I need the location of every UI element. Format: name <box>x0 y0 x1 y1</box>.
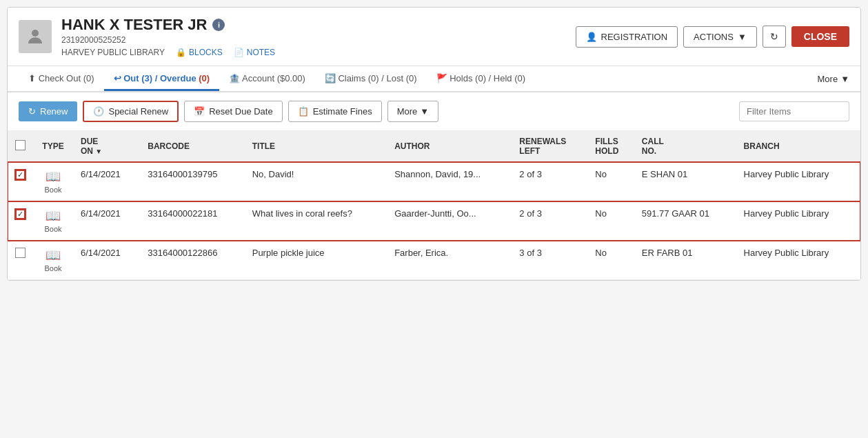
col-header-renewals-left: RENEWALSLEFT <box>512 131 588 162</box>
holds-icon: 🚩 <box>436 73 447 83</box>
row-author-cell: Farber, Erica. <box>387 241 512 280</box>
clock-icon: 🕐 <box>93 106 104 117</box>
file-icon: 📄 <box>234 48 244 57</box>
calendar-icon: 📅 <box>194 106 205 117</box>
header-links: HARVEY PUBLIC LIBRARY 🔒 BLOCKS 📄 NOTES <box>61 48 576 57</box>
row-branch-cell: Harvey Public Library <box>737 201 860 241</box>
header-name: HANK X TESTER JR i <box>61 16 576 34</box>
tab-checkout[interactable]: ⬆ Check Out (0) <box>19 68 104 91</box>
user-icon: 👤 <box>586 32 597 42</box>
row-title-cell: What lives in coral reefs? <box>245 201 387 241</box>
estimate-fines-button[interactable]: 📋 Estimate Fines <box>288 101 382 122</box>
toolbar-more-button[interactable]: More ▼ <box>387 101 439 122</box>
book-icon: 📖 <box>46 248 61 263</box>
toolbar: ↻ Renew 🕐 Special Renew 📅 Reset Due Date… <box>8 92 860 131</box>
table-row: ✓📖Book6/14/202133164000139795No, David!S… <box>8 162 860 201</box>
col-header-branch: BRANCH <box>737 131 860 162</box>
tab-out-overdue[interactable]: ↩ Out (3) / Overdue (0) <box>104 68 220 91</box>
col-header-title: TITLE <box>245 131 387 162</box>
col-header-due-on[interactable]: DUEON ▼ <box>74 131 141 162</box>
special-renew-button[interactable]: 🕐 Special Renew <box>83 101 179 122</box>
tab-account[interactable]: 🏦 Account ($0.00) <box>219 68 315 91</box>
renew-icon: ↻ <box>28 106 36 117</box>
blocks-link[interactable]: 🔒 BLOCKS <box>176 48 223 57</box>
row-checkbox-cell: ✓ <box>8 201 32 241</box>
close-button[interactable]: CLOSE <box>791 26 849 47</box>
row-renewals-left-cell: 3 of 3 <box>512 241 588 280</box>
item-type-label: Book <box>44 264 61 272</box>
upload-icon: ⬆ <box>28 73 36 83</box>
row-checkbox[interactable]: ✓ <box>15 170 26 180</box>
row-branch-cell: Harvey Public Library <box>737 162 860 201</box>
header-info: HANK X TESTER JR i 23192000525252 HARVEY… <box>61 16 576 57</box>
items-table-container: TYPE DUEON ▼ BARCODE TITLE AUTHOR RENEWA… <box>8 131 860 280</box>
actions-button[interactable]: ACTIONS ▼ <box>683 26 757 48</box>
refresh-button[interactable]: ↻ <box>763 26 786 48</box>
row-renewals-left-cell: 2 of 3 <box>512 162 588 201</box>
row-checkbox-cell <box>8 241 32 280</box>
tab-holds[interactable]: 🚩 Holds (0) / Held (0) <box>427 68 535 91</box>
item-type: 📖Book <box>39 169 67 194</box>
row-call-no-cell: ER FARB 01 <box>635 241 737 280</box>
row-due-on-cell: 6/14/2021 <box>74 162 141 201</box>
reset-due-date-button[interactable]: 📅 Reset Due Date <box>184 101 283 122</box>
select-all-checkbox[interactable] <box>15 140 26 150</box>
toolbar-more-caret-icon: ▼ <box>420 106 429 117</box>
caret-down-icon: ▼ <box>738 32 747 42</box>
nav-more-button[interactable]: More ▼ <box>818 74 850 84</box>
row-barcode-cell: 33164000122866 <box>141 241 245 280</box>
row-barcode-cell: 33164000022181 <box>141 201 245 241</box>
svg-point-0 <box>32 30 39 37</box>
row-checkbox[interactable]: ✓ <box>15 209 26 219</box>
row-checkbox[interactable] <box>15 248 26 258</box>
row-renewals-left-cell: 2 of 3 <box>512 201 588 241</box>
item-type-label: Book <box>44 225 61 233</box>
filter-input[interactable] <box>739 101 849 121</box>
patron-name: HANK X TESTER JR <box>61 16 207 34</box>
row-checkbox-cell: ✓ <box>8 162 32 201</box>
avatar <box>19 20 52 53</box>
patron-barcode: 23192000525252 <box>61 35 576 45</box>
table-header-row: TYPE DUEON ▼ BARCODE TITLE AUTHOR RENEWA… <box>8 131 860 162</box>
book-icon: 📖 <box>46 169 61 184</box>
lock-icon: 🔒 <box>176 48 186 57</box>
col-header-fills-hold: FILLSHOLD <box>588 131 634 162</box>
row-fills-hold-cell: No <box>588 241 634 280</box>
in-icon: ↩ <box>114 73 121 83</box>
tab-claims[interactable]: 🔄 Claims (0) / Lost (0) <box>315 68 427 91</box>
row-type-cell: 📖Book <box>32 241 74 280</box>
row-type-cell: 📖Book <box>32 201 74 241</box>
item-type: 📖Book <box>39 248 67 272</box>
row-author-cell: Shannon, David, 19... <box>387 162 512 201</box>
header: HANK X TESTER JR i 23192000525252 HARVEY… <box>8 8 860 66</box>
header-actions: 👤 REGISTRATION ACTIONS ▼ ↻ CLOSE <box>576 26 849 48</box>
renew-button[interactable]: ↻ Renew <box>19 101 77 121</box>
col-header-call-no: CALLNO. <box>635 131 737 162</box>
col-header-barcode: BARCODE <box>141 131 245 162</box>
row-call-no-cell: E SHAN 01 <box>635 162 737 201</box>
item-type: 📖Book <box>39 208 67 233</box>
main-container: HANK X TESTER JR i 23192000525252 HARVEY… <box>7 7 861 281</box>
row-due-on-cell: 6/14/2021 <box>74 241 141 280</box>
more-caret-icon: ▼ <box>840 74 849 84</box>
account-icon: 🏦 <box>229 73 240 83</box>
items-table: TYPE DUEON ▼ BARCODE TITLE AUTHOR RENEWA… <box>8 131 860 280</box>
row-due-on-cell: 6/14/2021 <box>74 201 141 241</box>
row-branch-cell: Harvey Public Library <box>737 241 860 280</box>
nav-tabs: ⬆ Check Out (0) ↩ Out (3) / Overdue (0) … <box>8 66 860 92</box>
claims-icon: 🔄 <box>325 73 336 83</box>
row-title-cell: No, David! <box>245 162 387 201</box>
table-row: ✓📖Book6/14/202133164000022181What lives … <box>8 201 860 241</box>
row-fills-hold-cell: No <box>588 162 634 201</box>
table-body: ✓📖Book6/14/202133164000139795No, David!S… <box>8 162 860 280</box>
registration-button[interactable]: 👤 REGISTRATION <box>576 26 678 48</box>
item-type-label: Book <box>44 186 61 194</box>
table-row: 📖Book6/14/202133164000122866Purple pickl… <box>8 241 860 280</box>
notes-link[interactable]: 📄 NOTES <box>234 48 275 57</box>
col-header-select <box>8 131 32 162</box>
book-icon: 📖 <box>46 208 61 223</box>
info-icon[interactable]: i <box>212 19 225 31</box>
row-type-cell: 📖Book <box>32 162 74 201</box>
row-barcode-cell: 33164000139795 <box>141 162 245 201</box>
row-title-cell: Purple pickle juice <box>245 241 387 280</box>
